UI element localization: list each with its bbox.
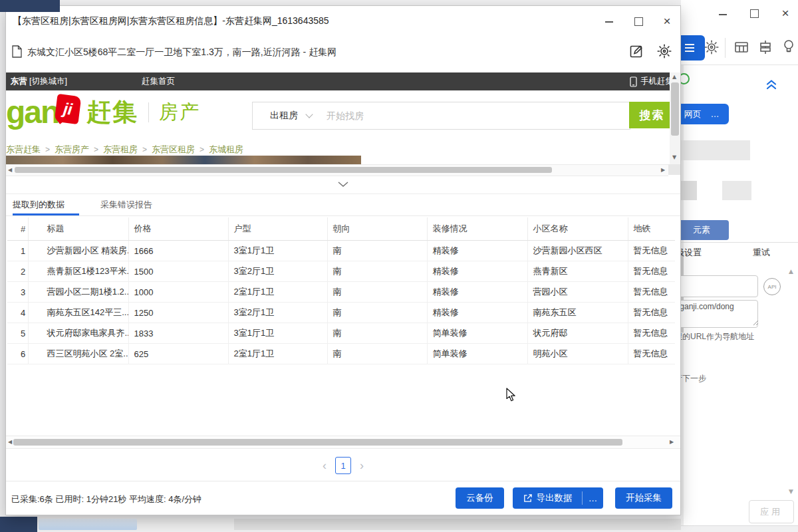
table-cell: 暂无信息: [628, 261, 675, 282]
breadcrumb-separator: >: [142, 145, 147, 154]
workflow-view-button[interactable]: [757, 39, 773, 58]
settings-toolbar-button[interactable]: [704, 39, 720, 58]
navigation-url-textarea[interactable]: .ganji.com/dong: [673, 300, 758, 328]
url-hint-text: 里的URL作为导航地址: [674, 331, 754, 342]
table-cell: 1833: [128, 323, 228, 344]
hscrollbar-thumb[interactable]: [13, 439, 622, 446]
resize-handle-icon[interactable]: [753, 320, 759, 326]
table-cell: 南苑东五区: [527, 303, 628, 323]
list-icon: [685, 44, 694, 45]
edit-task-button[interactable]: [628, 43, 644, 62]
page-title: 东城文汇小区5楼68平二室一厅一卫地下室1.3万，南一路,近沂河路 - 赶集网: [27, 47, 336, 59]
table-cell: 精装修: [427, 303, 527, 323]
export-more-button[interactable]: …: [583, 493, 603, 503]
search-button[interactable]: 搜索: [629, 102, 675, 128]
browser-vscrollbar[interactable]: ▲ ▼: [670, 72, 680, 164]
table-cell: 南: [327, 344, 427, 364]
prev-page-button[interactable]: ‹: [323, 460, 327, 471]
breadcrumb-link[interactable]: 东城租房: [209, 144, 243, 156]
dialog-maximize-button[interactable]: [632, 15, 645, 28]
table-cell: 营园小区: [527, 282, 628, 303]
scroll-up-icon[interactable]: ▲: [789, 268, 793, 275]
table-row: 4南苑东五区142平三...12503室2厅1卫南精装修南苑东五区暂无信息: [7, 303, 675, 323]
ganji-topbar: 东营 [切换城市] 赶集首页 手机赶集: [6, 72, 680, 90]
background-app-panel: ×: [681, 0, 798, 526]
dialog-title: 【东营区租房|东营区租房网|东营东营区租房信息】-东营赶集网_161364358…: [13, 15, 329, 27]
breadcrumb-link[interactable]: 东营租房: [103, 144, 138, 156]
tips-button[interactable]: [781, 39, 796, 58]
dialog-settings-button[interactable]: [656, 43, 672, 62]
collect-list-button[interactable]: [681, 35, 705, 61]
page-icon: [12, 45, 22, 58]
scroll-down-icon[interactable]: ▼: [789, 488, 793, 495]
ganji-home-link[interactable]: 赶集首页: [142, 76, 175, 87]
mobile-ganji-link[interactable]: 手机赶集: [640, 76, 674, 87]
search-button-label: 搜索: [640, 108, 665, 123]
table-row: 2燕青新区1楼123平米...15003室2厅1卫南精装修燕青新区暂无信息: [7, 261, 675, 282]
vscrollbar-thumb[interactable]: [671, 82, 679, 136]
cloud-backup-button[interactable]: 云备份: [456, 487, 504, 509]
start-collect-button[interactable]: 开始采集: [615, 487, 672, 509]
background-window-fragment: [0, 0, 60, 12]
next-page-button[interactable]: ›: [360, 460, 364, 471]
page-number-button[interactable]: 1: [335, 457, 351, 474]
export-data-button[interactable]: 导出数据: [513, 492, 582, 504]
ganji-logo[interactable]: gan ji 赶集 房产: [6, 94, 200, 131]
tab-error-report[interactable]: 采集错误报告: [100, 199, 152, 211]
search-input[interactable]: [325, 110, 630, 122]
scroll-down-icon[interactable]: ▼: [672, 155, 676, 160]
close-icon: ×: [663, 15, 670, 27]
table-cell: 营园小区二期1楼1.2...: [28, 282, 128, 303]
app-close-button[interactable]: ×: [779, 6, 792, 19]
element-button[interactable]: 元素: [674, 220, 729, 240]
table-cell: 暂无信息: [628, 323, 675, 344]
data-view-button[interactable]: [733, 39, 749, 58]
table-cell: 简单装修: [427, 323, 527, 344]
table-cell: 3室1厅1卫: [228, 323, 327, 344]
tab-extracted-data[interactable]: 提取到的数据: [13, 199, 65, 211]
collection-status-text: 已采集:6条 已用时: 1分钟21秒 平均速度: 4条/分钟: [11, 493, 201, 505]
table-cell: 暂无信息: [628, 241, 675, 261]
phone-icon: [630, 76, 637, 87]
webpage-button[interactable]: 网页 …: [674, 104, 729, 124]
scroll-right-icon[interactable]: ▶: [661, 168, 665, 173]
close-icon: ×: [781, 7, 789, 19]
scroll-left-icon[interactable]: ◀: [8, 440, 12, 445]
scroll-up-icon[interactable]: ▲: [672, 74, 676, 80]
double-chevron-up-icon: [765, 78, 778, 90]
api-badge[interactable]: API: [763, 278, 781, 295]
table-cell: 燕青新区: [527, 261, 628, 282]
app-minimize-button[interactable]: [716, 8, 730, 21]
app-maximize-button[interactable]: [747, 7, 761, 20]
dialog-close-button[interactable]: ×: [660, 14, 674, 27]
column-header: 地铁: [628, 217, 675, 241]
scroll-left-icon[interactable]: ◀: [8, 168, 12, 173]
table-cell: 南苑东五区142平三...: [28, 303, 128, 323]
table-cell: 1500: [128, 261, 228, 282]
breadcrumb-link[interactable]: 东营赶集: [6, 144, 41, 156]
hscrollbar-thumb[interactable]: [15, 167, 552, 173]
breadcrumb-separator: >: [200, 145, 204, 154]
search-category-dropdown[interactable]: 出租房: [270, 110, 298, 122]
webpage-more-button[interactable]: …: [711, 109, 720, 119]
active-tab-underline: [13, 213, 79, 215]
panel-text-input[interactable]: [673, 275, 758, 297]
collapse-browser-button[interactable]: [6, 175, 680, 194]
switch-city-link[interactable]: [切换城市]: [29, 76, 67, 87]
scroll-right-icon[interactable]: ▶: [670, 440, 674, 445]
collapse-panel-button[interactable]: [765, 78, 778, 92]
breadcrumb-link[interactable]: 东营区租房: [152, 144, 195, 156]
gear-icon: [704, 39, 720, 55]
city-label[interactable]: 东营: [11, 76, 27, 87]
logo-category-text: 房产: [159, 99, 200, 126]
retry-button[interactable]: 重试: [753, 247, 770, 259]
breadcrumb-link[interactable]: 东营房产: [55, 144, 89, 156]
table-cell: 南: [327, 241, 427, 261]
apply-button[interactable]: 应用: [749, 500, 794, 523]
table-hscrollbar[interactable]: ◀ ▶: [6, 436, 680, 449]
table-cell: 625: [128, 344, 228, 364]
dialog-minimize-button[interactable]: [602, 15, 616, 29]
chevron-down-icon: [305, 110, 313, 118]
table-row: 6西三区明苑小区 2室...6252室1厅1卫南简单装修明苑小区暂无信息: [7, 344, 675, 364]
column-header: 装修情况: [427, 217, 527, 241]
